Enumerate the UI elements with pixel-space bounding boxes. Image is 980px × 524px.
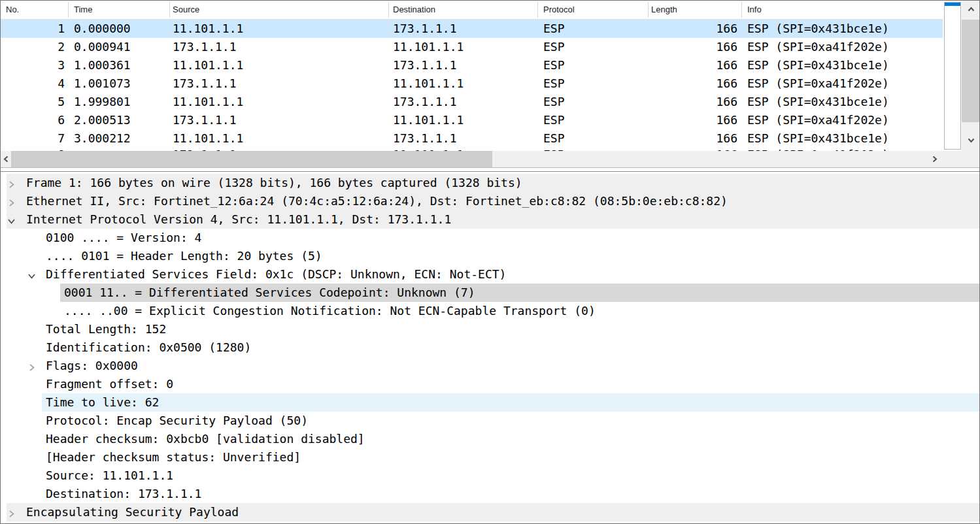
cell-protocol: ESP xyxy=(537,129,648,148)
cell-time: 2.000513 xyxy=(68,111,169,129)
detail-row-12[interactable]: Time to live: 62 xyxy=(1,393,980,412)
detail-row-13[interactable]: Protocol: Encap Security Payload (50) xyxy=(1,412,980,430)
column-header-no[interactable]: No. xyxy=(1,1,68,19)
detail-row-9[interactable]: Identification: 0x0500 (1280) xyxy=(1,338,980,357)
detail-row-7[interactable]: .... ..00 = Explicit Congestion Notifica… xyxy=(1,302,980,320)
cell-no: 5 xyxy=(1,93,68,111)
packet-row-3[interactable]: 31.00036111.101.1.1173.1.1.1ESP166ESP (S… xyxy=(1,56,943,74)
detail-row-1[interactable]: Ethernet II, Src: Fortinet_12:6a:24 (70:… xyxy=(1,192,980,210)
detail-row-0[interactable]: Frame 1: 166 bytes on wire (1328 bits), … xyxy=(1,174,980,192)
cell-info: ESP (SPI=0x431bce1e) xyxy=(741,129,943,148)
packet-row-2[interactable]: 20.000941173.1.1.111.101.1.1ESP166ESP (S… xyxy=(1,38,943,56)
column-header-destination[interactable]: Destination xyxy=(388,1,537,19)
detail-row-text: .... 0101 = Header Length: 20 bytes (5) xyxy=(46,247,322,265)
vertical-scrollbar-thumb[interactable] xyxy=(962,20,980,122)
detail-row-11[interactable]: Fragment offset: 0 xyxy=(1,375,980,393)
expand-chevron-right-icon[interactable] xyxy=(27,362,36,370)
chevron-left-icon xyxy=(2,155,10,163)
column-separator[interactable] xyxy=(537,2,538,18)
detail-row-text: Source: 11.101.1.1 xyxy=(46,467,173,485)
selected-packet-indicator xyxy=(945,3,960,6)
collapse-chevron-down-icon[interactable] xyxy=(27,270,36,279)
detail-row-5[interactable]: Differentiated Services Field: 0x1c (DSC… xyxy=(1,265,980,284)
column-separator[interactable] xyxy=(648,2,649,18)
column-header-time[interactable]: Time xyxy=(68,1,169,19)
detail-row-text: Flags: 0x0000 xyxy=(46,357,138,375)
detail-row-text: Fragment offset: 0 xyxy=(46,375,173,393)
expand-chevron-right-icon[interactable] xyxy=(7,179,16,188)
cell-length: 166 xyxy=(648,129,741,148)
detail-row-text: Identification: 0x0500 (1280) xyxy=(46,338,251,357)
detail-row-8[interactable]: Total Length: 152 xyxy=(1,320,980,338)
cell-length: 166 xyxy=(648,111,741,129)
cell-source: 11.101.1.1 xyxy=(169,20,388,38)
packet-list-header: No.TimeSourceDestinationProtocolLengthIn… xyxy=(1,1,943,20)
expand-chevron-right-icon[interactable] xyxy=(7,197,16,206)
packet-row-1[interactable]: 10.00000011.101.1.1173.1.1.1ESP166ESP (S… xyxy=(1,20,943,38)
detail-row-text: Frame 1: 166 bytes on wire (1328 bits), … xyxy=(26,174,522,192)
detail-row-14[interactable]: Header checksum: 0xbcb0 [validation disa… xyxy=(1,430,980,448)
packet-row-6[interactable]: 62.000513173.1.1.111.101.1.1ESP166ESP (S… xyxy=(1,111,943,129)
detail-row-6[interactable]: 0001 11.. = Differentiated Services Code… xyxy=(1,284,980,302)
cell-time: 1.000361 xyxy=(68,56,169,74)
detail-row-3[interactable]: 0100 .... = Version: 4 xyxy=(1,229,980,247)
detail-row-15[interactable]: [Header checksum status: Unverified] xyxy=(1,448,980,467)
cell-destination: 173.1.1.1 xyxy=(388,129,537,148)
horizontal-scrollbar[interactable] xyxy=(1,151,980,167)
cell-length: 166 xyxy=(648,56,741,74)
pane-splitter[interactable] xyxy=(1,167,980,172)
scroll-down-button[interactable] xyxy=(962,133,980,147)
cell-no: 3 xyxy=(1,56,68,74)
cell-source: 173.1.1.1 xyxy=(169,74,388,93)
cell-time: 1.999801 xyxy=(68,93,169,111)
hovered-field-highlight xyxy=(42,393,980,412)
vertical-scrollbar[interactable] xyxy=(962,1,980,151)
intelligent-scrollbar-minimap[interactable] xyxy=(944,2,961,150)
detail-row-10[interactable]: Flags: 0x0000 xyxy=(1,357,980,375)
column-separator[interactable] xyxy=(68,2,69,18)
scroll-right-button[interactable] xyxy=(928,151,941,167)
cell-length: 166 xyxy=(648,38,741,56)
cell-length: 166 xyxy=(648,20,741,38)
cell-destination: 173.1.1.1 xyxy=(388,93,537,111)
packet-row-7[interactable]: 73.00021211.101.1.1173.1.1.1ESP166ESP (S… xyxy=(1,129,943,148)
column-separator[interactable] xyxy=(169,2,170,18)
column-header-info[interactable]: Info xyxy=(741,1,943,19)
column-header-length[interactable]: Length xyxy=(648,1,741,19)
detail-row-2[interactable]: Internet Protocol Version 4, Src: 11.101… xyxy=(1,210,980,229)
cell-source: 173.1.1.1 xyxy=(169,38,388,56)
cell-destination: 11.101.1.1 xyxy=(388,111,537,129)
column-separator[interactable] xyxy=(388,2,389,18)
column-header-source[interactable]: Source xyxy=(169,1,388,19)
scroll-left-button[interactable] xyxy=(1,151,11,167)
detail-row-17[interactable]: Destination: 173.1.1.1 xyxy=(1,485,980,503)
cell-info: ESP (SPI=0x431bce1e) xyxy=(741,93,943,111)
detail-row-text: 0001 11.. = Differentiated Services Code… xyxy=(64,284,475,302)
cell-info: ESP (SPI=0x431bce1e) xyxy=(741,56,943,74)
detail-row-text: Total Length: 152 xyxy=(46,320,166,338)
cell-info: ESP (SPI=0xa41f202e) xyxy=(741,74,943,93)
cell-source: 11.101.1.1 xyxy=(169,129,388,148)
packet-row-5[interactable]: 51.99980111.101.1.1173.1.1.1ESP166ESP (S… xyxy=(1,93,943,111)
cell-info: ESP (SPI=0xa41f202e) xyxy=(741,38,943,56)
cell-no: 1 xyxy=(1,20,68,38)
expand-chevron-right-icon[interactable] xyxy=(7,508,16,517)
detail-row-text: Differentiated Services Field: 0x1c (DSC… xyxy=(46,265,506,284)
detail-row-18[interactable]: Encapsulating Security Payload xyxy=(1,503,980,521)
scroll-up-button[interactable] xyxy=(962,2,980,16)
column-separator[interactable] xyxy=(741,2,742,18)
cell-protocol: ESP xyxy=(537,20,648,38)
column-header-protocol[interactable]: Protocol xyxy=(537,1,648,19)
detail-row-4[interactable]: .... 0101 = Header Length: 20 bytes (5) xyxy=(1,247,980,265)
horizontal-scrollbar-thumb[interactable] xyxy=(11,151,492,167)
cell-protocol: ESP xyxy=(537,93,648,111)
packet-details-pane: Frame 1: 166 bytes on wire (1328 bits), … xyxy=(1,172,980,524)
detail-row-text: 0100 .... = Version: 4 xyxy=(46,229,201,247)
cell-no: 6 xyxy=(1,111,68,129)
cell-protocol: ESP xyxy=(537,74,648,93)
packet-row-4[interactable]: 41.001073173.1.1.111.101.1.1ESP166ESP (S… xyxy=(1,74,943,93)
detail-row-text: Internet Protocol Version 4, Src: 11.101… xyxy=(26,210,451,229)
detail-row-16[interactable]: Source: 11.101.1.1 xyxy=(1,467,980,485)
collapse-chevron-down-icon[interactable] xyxy=(7,216,16,224)
cell-time: 3.000212 xyxy=(68,129,169,148)
